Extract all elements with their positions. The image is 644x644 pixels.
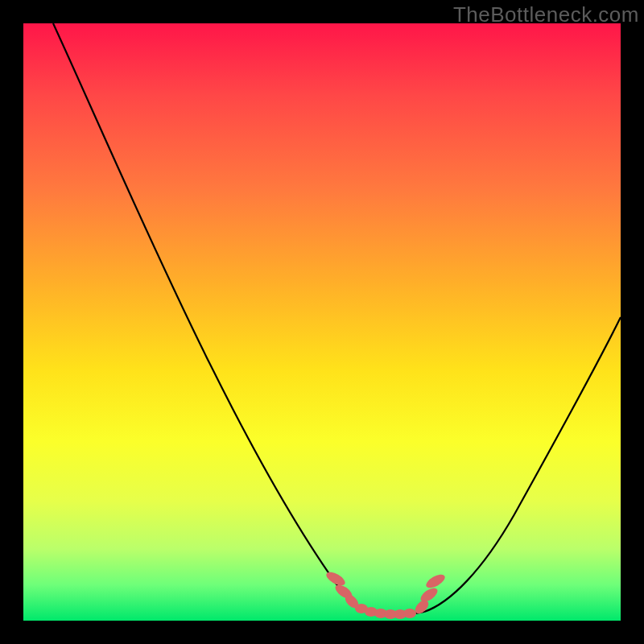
curve-left-branch <box>53 23 378 613</box>
curve-right-branch <box>424 317 621 612</box>
marker-dot <box>403 609 416 618</box>
chart-svg <box>23 23 621 621</box>
chart-plot-area <box>23 23 621 621</box>
marker-dot <box>424 572 448 590</box>
chart-frame: TheBottleneck.com <box>0 0 644 644</box>
highlight-markers <box>324 569 448 619</box>
watermark-label: TheBottleneck.com <box>453 2 639 27</box>
bottleneck-curve <box>53 23 621 614</box>
